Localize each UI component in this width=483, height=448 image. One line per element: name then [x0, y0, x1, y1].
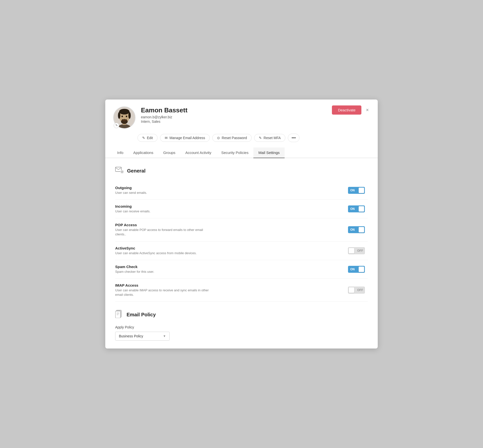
toggle-off-label: OFF: [354, 249, 365, 252]
toolbar: ✎ Edit ✉ Manage Email Address ⊙ Reset Pa…: [105, 129, 378, 142]
edit-button[interactable]: ✎ Edit: [137, 134, 158, 142]
general-section-title: General: [127, 168, 145, 174]
toggle-thumb: [359, 267, 364, 272]
setting-info: Spam Check Spam checker for this user.: [115, 265, 338, 274]
svg-point-7: [121, 119, 128, 124]
profile-header: ✎ Eamon Bassett eamon.b@zylker.biz Inter…: [105, 100, 378, 129]
toggle-wrap: ON: [348, 266, 368, 273]
toggle-thumb: [349, 248, 354, 253]
setting-row: IMAP Access User can enable IMAP access …: [115, 279, 368, 302]
toggle-wrap: OFF: [348, 247, 368, 254]
toggle-thumb: [349, 287, 354, 293]
svg-point-6: [128, 112, 131, 119]
reset-mfa-label: Reset MFA: [264, 136, 281, 140]
header-actions: Deactivate ×: [332, 105, 371, 115]
toggle-pop-access[interactable]: ON: [348, 226, 365, 233]
setting-label: IMAP Access: [115, 283, 338, 287]
toggle-on-label: ON: [348, 228, 359, 231]
toggle-thumb: [359, 188, 364, 193]
setting-row: POP Access User can enable POP access to…: [115, 218, 368, 241]
reset-password-button[interactable]: ⊙ Reset Password: [212, 134, 252, 142]
tab-applications[interactable]: Applications: [128, 148, 158, 158]
chevron-down-icon: ▼: [163, 334, 166, 338]
setting-info: ActiveSync User can enable ActiveSync ac…: [115, 246, 338, 255]
toggle-thumb: [359, 206, 364, 212]
general-section-header: General: [115, 166, 368, 176]
manage-email-label: Manage Email Address: [169, 136, 205, 140]
setting-row: Outgoing User can send emails. ON: [115, 181, 368, 200]
setting-desc: User can send emails.: [115, 191, 214, 195]
user-profile-modal: ✎ Eamon Bassett eamon.b@zylker.biz Inter…: [105, 100, 378, 349]
toggle-outgoing[interactable]: ON: [348, 187, 365, 194]
edit-icon: ✎: [142, 136, 145, 140]
setting-desc: User can receive emails.: [115, 209, 214, 214]
tabs: Info Applications Groups Account Activit…: [105, 148, 378, 158]
svg-rect-17: [115, 311, 120, 318]
setting-label: Incoming: [115, 204, 338, 208]
avatar-edit-icon[interactable]: ✎: [114, 123, 119, 128]
reset-password-icon: ⊙: [217, 136, 220, 140]
reset-mfa-icon: ✎: [259, 136, 262, 140]
toggle-on-label: ON: [348, 189, 359, 192]
user-email: eamon.b@zylker.biz: [141, 115, 370, 119]
tab-security-policies[interactable]: Security Policies: [216, 148, 253, 158]
svg-point-4: [119, 109, 130, 114]
settings-list: Outgoing User can send emails. ON Incomi…: [115, 181, 368, 302]
setting-label: Outgoing: [115, 186, 338, 190]
setting-row: ActiveSync User can enable ActiveSync ac…: [115, 242, 368, 260]
policy-select[interactable]: Business Policy ▼: [115, 332, 170, 341]
tab-groups[interactable]: Groups: [158, 148, 180, 158]
email-policy-header: Email Policy: [115, 310, 368, 320]
toggle-wrap: OFF: [348, 287, 368, 294]
email-policy-title: Email Policy: [127, 312, 156, 318]
svg-point-10: [124, 118, 125, 119]
toggle-off-label: OFF: [354, 288, 365, 292]
policy-icon: [115, 310, 124, 320]
close-button[interactable]: ×: [364, 106, 371, 114]
general-icon: [115, 166, 124, 176]
email-policy-section: Email Policy Apply Policy Business Polic…: [115, 310, 368, 341]
toggle-imap-access[interactable]: OFF: [348, 287, 365, 294]
setting-label: POP Access: [115, 223, 338, 227]
tab-mail-settings[interactable]: Mail Settings: [253, 148, 285, 158]
toggle-wrap: ON: [348, 187, 368, 194]
setting-desc: User can enable POP access to forward em…: [115, 228, 214, 237]
toggle-wrap: ON: [348, 205, 368, 212]
policy-select-value: Business Policy: [119, 334, 143, 338]
svg-point-5: [118, 112, 120, 119]
apply-policy-label: Apply Policy: [115, 325, 368, 329]
toggle-thumb: [359, 227, 364, 232]
toggle-on-label: ON: [348, 207, 359, 211]
user-role: Intern, Sales: [141, 120, 370, 124]
toggle-wrap: ON: [348, 226, 368, 233]
deactivate-button[interactable]: Deactivate: [332, 105, 361, 115]
mail-settings-content: General Outgoing User can send emails. O…: [105, 158, 378, 349]
setting-desc: Spam checker for this user.: [115, 270, 214, 274]
setting-label: ActiveSync: [115, 246, 338, 250]
setting-row: Spam Check Spam checker for this user. O…: [115, 260, 368, 279]
avatar-wrap: ✎: [113, 106, 135, 129]
toggle-spam-check[interactable]: ON: [348, 266, 365, 273]
reset-password-label: Reset Password: [222, 136, 247, 140]
more-button[interactable]: •••: [288, 134, 299, 142]
toggle-activesync[interactable]: OFF: [348, 247, 365, 254]
email-icon: ✉: [165, 136, 168, 140]
svg-point-9: [126, 116, 127, 117]
manage-email-button[interactable]: ✉ Manage Email Address: [160, 134, 210, 142]
setting-info: IMAP Access User can enable IMAP access …: [115, 283, 338, 297]
edit-label: Edit: [147, 136, 153, 140]
setting-info: Outgoing User can send emails.: [115, 186, 338, 195]
svg-point-8: [122, 116, 123, 117]
tab-account-activity[interactable]: Account Activity: [180, 148, 216, 158]
setting-desc: User can enable ActiveSync access from m…: [115, 251, 214, 255]
setting-desc: User can enable IMAP access to receive a…: [115, 288, 214, 297]
toggle-incoming[interactable]: ON: [348, 205, 365, 212]
setting-label: Spam Check: [115, 265, 338, 269]
setting-info: POP Access User can enable POP access to…: [115, 223, 338, 237]
setting-row: Incoming User can receive emails. ON: [115, 200, 368, 218]
toggle-on-label: ON: [348, 268, 359, 271]
tab-info[interactable]: Info: [112, 148, 128, 158]
setting-info: Incoming User can receive emails.: [115, 204, 338, 214]
reset-mfa-button[interactable]: ✎ Reset MFA: [254, 134, 285, 142]
